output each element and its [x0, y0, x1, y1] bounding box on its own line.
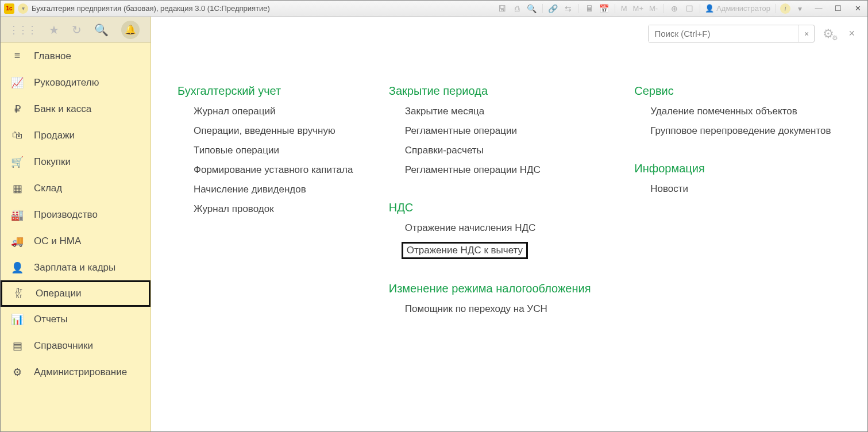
sidebar-item-label: Администрирование: [34, 367, 127, 378]
panel-icon[interactable]: ☐: [684, 3, 695, 14]
print-preview-icon[interactable]: 🔍: [526, 3, 538, 14]
user-menu[interactable]: 👤Администратор: [705, 4, 770, 13]
sidebar-item-admin[interactable]: ⚙Администрирование: [1, 359, 151, 385]
column-accounting: Бухгалтерский учет Журнал операций Опера…: [178, 84, 389, 323]
zoom-icon[interactable]: ⊕: [669, 3, 680, 14]
truck-icon: 🚚: [11, 235, 24, 248]
link-usn-assistant[interactable]: Помощник по переходу на УСН: [405, 303, 634, 315]
link-manual-operations[interactable]: Операции, введенные вручную: [194, 125, 389, 137]
dtkt-icon: ДтКт: [13, 288, 25, 299]
search-box: ×: [648, 25, 815, 43]
app-logo-icon: 1c: [4, 3, 14, 14]
user-icon: 👤: [705, 4, 714, 13]
maximize-button[interactable]: ☐: [832, 3, 844, 14]
factory-icon: 🏭: [11, 209, 24, 221]
sidebar-item-label: Главное: [34, 51, 71, 62]
books-icon: ▤: [11, 340, 24, 352]
search-icon[interactable]: 🔍: [94, 23, 109, 37]
link-journal-entries[interactable]: Журнал проводок: [194, 203, 389, 215]
link-vat-deduction[interactable]: Отражение НДС к вычету: [402, 242, 528, 259]
memory-m[interactable]: M: [620, 4, 628, 13]
sidebar-item-label: ОС и НМА: [34, 236, 81, 247]
sidebar-item-production[interactable]: 🏭Производство: [1, 202, 151, 228]
section-title-information: Информация: [634, 162, 851, 175]
link-reg-operations-vat[interactable]: Регламентные операции НДС: [405, 164, 634, 176]
link-vat-accrual[interactable]: Отражение начисления НДС: [405, 222, 634, 234]
boxes-icon: ▦: [11, 182, 24, 195]
sidebar-item-label: Склад: [34, 183, 62, 194]
sidebar-item-main[interactable]: ≡Главное: [1, 43, 151, 70]
chart-trend-icon: 📈: [11, 76, 24, 89]
section-title-period-close: Закрытие периода: [389, 84, 634, 98]
link-typical-operations[interactable]: Типовые операции: [194, 145, 389, 156]
sidebar-item-salary[interactable]: 👤Зарплата и кадры: [1, 254, 151, 281]
sidebar-item-manager[interactable]: 📈Руководителю: [1, 70, 151, 96]
user-label: Администратор: [716, 4, 770, 13]
ruble-icon: ₽: [11, 103, 24, 115]
link-journal-operations[interactable]: Журнал операций: [194, 106, 389, 117]
sidebar-item-catalogs[interactable]: ▤Справочники: [1, 333, 151, 359]
sidebar-item-label: Операции: [36, 288, 82, 299]
barchart-icon: 📊: [11, 313, 24, 326]
sidebar-item-operations[interactable]: ДтКтОперации: [1, 280, 151, 307]
minimize-button[interactable]: —: [812, 3, 825, 14]
print-icon[interactable]: ⎙: [511, 3, 523, 14]
person-icon: 👤: [11, 261, 24, 274]
settings-icon[interactable]: ⚙⚙: [823, 26, 840, 41]
window-title: Бухгалтерия предприятия (базовая), редак…: [32, 4, 270, 13]
link-reg-operations[interactable]: Регламентные операции: [405, 125, 634, 137]
dropdown-chevron-icon[interactable]: ▾: [18, 3, 28, 14]
link-capital-formation[interactable]: Формирование уставного капитала: [194, 164, 389, 176]
sections-columns: Бухгалтерский учет Журнал операций Опера…: [167, 84, 851, 323]
sidebar-item-sales[interactable]: 🛍Продажи: [1, 122, 151, 149]
sidebar-item-label: Справочники: [34, 340, 93, 352]
sidebar-item-warehouse[interactable]: ▦Склад: [1, 175, 151, 202]
link-dividends[interactable]: Начисление дивидендов: [194, 184, 389, 195]
apps-icon[interactable]: ⋮⋮⋮: [9, 24, 36, 36]
titlebar-tools: 🖫 ⎙ 🔍 🔗 ⇆ 🖩 📅 M M+ M- ⊕ ☐ 👤Администратор…: [496, 3, 864, 14]
sidebar: ⋮⋮⋮ ★ ↻ 🔍 🔔 ≡Главное 📈Руководителю ₽Банк…: [1, 17, 151, 431]
info-chevron-icon[interactable]: ▾: [794, 3, 805, 14]
column-service: Сервис Удаление помеченных объектов Груп…: [634, 84, 851, 323]
compare-icon[interactable]: ⇆: [562, 3, 574, 14]
link-delete-marked[interactable]: Удаление помеченных объектов: [650, 106, 851, 117]
save-icon[interactable]: 🖫: [496, 3, 508, 14]
sidebar-item-reports[interactable]: 📊Отчеты: [1, 306, 151, 333]
titlebar: 1c ▾ Бухгалтерия предприятия (базовая), …: [1, 1, 867, 17]
content-area: × ⚙⚙ × Бухгалтерский учет Журнал операци…: [151, 17, 867, 431]
star-icon[interactable]: ★: [49, 23, 59, 37]
link-icon[interactable]: 🔗: [547, 3, 559, 14]
sidebar-item-label: Производство: [34, 209, 98, 221]
sidebar-item-label: Отчеты: [34, 314, 68, 325]
sidebar-item-purchases[interactable]: 🛒Покупки: [1, 149, 151, 175]
section-title-vat: НДС: [389, 201, 634, 214]
sidebar-item-label: Продажи: [34, 130, 75, 141]
section-title-tax-mode: Изменение режима налогообложения: [389, 282, 634, 295]
section-title-service: Сервис: [634, 84, 851, 98]
calendar-icon[interactable]: 📅: [599, 3, 610, 14]
column-closing: Закрытие периода Закрытие месяца Регламе…: [389, 84, 634, 323]
search-input[interactable]: [649, 25, 798, 42]
bag-icon: 🛍: [11, 129, 24, 141]
link-calc-reports[interactable]: Справки-расчеты: [405, 145, 634, 156]
sidebar-item-assets[interactable]: 🚚ОС и НМА: [1, 228, 151, 254]
sidebar-item-label: Банк и касса: [34, 103, 91, 115]
sidebar-item-label: Зарплата и кадры: [34, 262, 115, 273]
memory-mplus[interactable]: M+: [632, 4, 645, 13]
sidebar-item-bank[interactable]: ₽Банк и касса: [1, 96, 151, 122]
sidebar-toolbar: ⋮⋮⋮ ★ ↻ 🔍 🔔: [1, 17, 151, 43]
bell-icon[interactable]: 🔔: [121, 21, 140, 39]
calculator-icon[interactable]: 🖩: [584, 3, 595, 14]
gear-icon: ⚙: [11, 366, 24, 379]
link-month-close[interactable]: Закрытие месяца: [405, 106, 634, 117]
close-panel-button[interactable]: ×: [848, 28, 855, 40]
info-icon[interactable]: i: [780, 3, 790, 14]
link-news[interactable]: Новости: [650, 183, 851, 195]
link-group-repost[interactable]: Групповое перепроведение документов: [650, 125, 851, 137]
cart-icon: 🛒: [11, 156, 24, 168]
memory-mminus[interactable]: M-: [648, 4, 659, 13]
history-icon[interactable]: ↻: [72, 23, 82, 37]
search-clear-button[interactable]: ×: [798, 25, 814, 42]
close-window-button[interactable]: ✕: [851, 3, 864, 14]
section-title-accounting: Бухгалтерский учет: [178, 84, 389, 98]
